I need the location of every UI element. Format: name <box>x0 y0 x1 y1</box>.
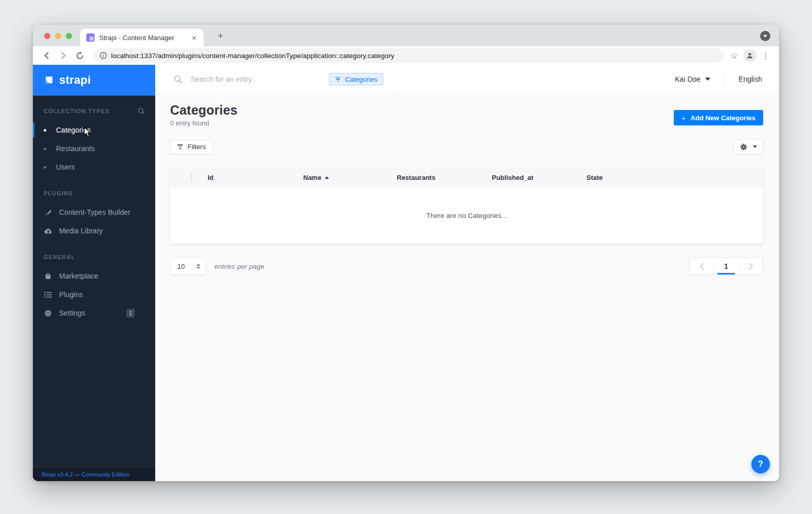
chevron-right-icon <box>749 263 753 270</box>
version-link[interactable]: Strapi v3.4.2 — Community Edition <box>41 471 129 478</box>
gear-icon <box>44 309 52 318</box>
sidebar-item-label: Users <box>56 163 75 171</box>
search-input[interactable] <box>191 75 329 83</box>
table-header-row: Id Name Restaurants Published_at State <box>170 168 763 187</box>
chevron-down-icon <box>705 78 710 81</box>
marketplace-basket-icon <box>44 272 52 281</box>
bullet-icon <box>44 148 46 150</box>
strapi-logo-text: strapi <box>59 74 91 87</box>
select-all-checkbox[interactable] <box>191 172 192 182</box>
header-right: Kai Doe English <box>675 74 779 85</box>
sidebar-item-content-types-builder[interactable]: Content-Types Builder <box>33 203 155 222</box>
section-label: COLLECTION TYPES <box>44 108 109 114</box>
empty-state-message: There are no Categories... <box>426 212 507 219</box>
browser-window: Strapi - Content Manager × + localhost:1… <box>33 25 779 481</box>
chevron-down-icon <box>763 35 767 38</box>
section-label: GENERAL <box>44 254 75 260</box>
sidebar-item-label: Media Library <box>59 227 103 235</box>
pager: 1 <box>689 258 763 275</box>
table-settings-button[interactable] <box>734 139 763 154</box>
entries-count: 0 entry found <box>170 119 237 127</box>
sidebar-item-label: Content-Types Builder <box>59 208 131 216</box>
filter-icon <box>335 77 341 82</box>
title-block: Categories 0 entry found <box>170 103 237 127</box>
forward-button[interactable] <box>57 49 70 62</box>
tab-search-button[interactable] <box>760 31 770 41</box>
per-page-control: 10 entries per page <box>170 258 265 275</box>
desktop-background: Strapi - Content Manager × + localhost:1… <box>0 0 812 514</box>
page-number-current[interactable]: 1 <box>713 258 739 274</box>
minimize-window-button[interactable] <box>55 33 61 39</box>
sidebar-item-marketplace[interactable]: Marketplace <box>33 267 155 285</box>
sidebar-item-restaurants[interactable]: Restaurants <box>33 139 155 158</box>
help-button[interactable]: ? <box>751 455 770 473</box>
settings-badge: 1 <box>126 309 135 318</box>
bullet-icon <box>44 166 46 169</box>
sidebar-item-settings[interactable]: Settings 1 <box>33 304 155 322</box>
app-header: Categories Kai Doe English <box>155 65 779 94</box>
page-title: Categories <box>170 103 237 118</box>
back-button[interactable] <box>40 49 53 62</box>
new-tab-button[interactable]: + <box>214 29 227 43</box>
sidebar-item-label: Plugins <box>59 290 83 299</box>
section-general: GENERAL <box>33 251 155 263</box>
previous-page-button[interactable] <box>690 258 713 274</box>
sidebar-item-plugins[interactable]: Plugins <box>33 285 155 304</box>
browser-profile-avatar[interactable] <box>743 49 756 62</box>
plus-icon: + <box>681 114 686 122</box>
sidebar-item-categories[interactable]: Categories <box>33 121 155 139</box>
search-icon[interactable] <box>138 107 145 115</box>
filters-button[interactable]: Filters <box>170 140 213 154</box>
title-row: Categories 0 entry found + Add New Categ… <box>170 103 763 127</box>
bullet-icon <box>44 129 46 132</box>
tab-close-icon[interactable]: × <box>191 33 197 42</box>
sidebar-item-label: Categories <box>56 126 91 134</box>
list-icon <box>44 290 52 299</box>
close-window-button[interactable] <box>44 33 50 39</box>
search-zone: Categories <box>155 65 394 94</box>
strapi-app: strapi COLLECTION TYPES Categories Resta… <box>33 65 779 481</box>
tab-title: Strapi - Content Manager <box>99 34 191 42</box>
sort-asc-icon <box>325 176 329 179</box>
bookmark-star-icon[interactable]: ☆ <box>728 50 740 61</box>
section-collection-types: COLLECTION TYPES <box>33 105 155 117</box>
column-header-published-at[interactable]: Published_at <box>492 174 586 181</box>
add-new-categories-button[interactable]: + Add New Categories <box>674 110 763 125</box>
next-page-button[interactable] <box>739 258 763 274</box>
person-icon <box>746 51 754 60</box>
reload-button[interactable] <box>73 49 86 62</box>
sidebar-item-users[interactable]: Users <box>33 158 155 176</box>
site-info-icon[interactable] <box>100 52 107 59</box>
chip-label: Categories <box>345 76 377 83</box>
sidebar-item-label: Settings <box>59 309 85 317</box>
strapi-logo[interactable]: strapi <box>33 65 155 96</box>
table-body: There are no Categories... <box>170 187 763 244</box>
browser-menu-icon[interactable]: ⋮ <box>760 51 772 61</box>
browser-tab-bar: Strapi - Content Manager × + <box>33 25 779 46</box>
strapi-favicon-icon <box>86 33 95 42</box>
gear-icon <box>740 143 747 151</box>
content-type-chip[interactable]: Categories <box>329 73 383 85</box>
browser-tab[interactable]: Strapi - Content Manager × <box>80 29 204 46</box>
content: Categories 0 entry found + Add New Categ… <box>155 94 779 481</box>
language-switcher[interactable]: English <box>739 75 762 83</box>
cloud-upload-icon <box>44 227 52 235</box>
filters-label: Filters <box>188 143 206 151</box>
sidebar: strapi COLLECTION TYPES Categories Resta… <box>33 65 155 481</box>
divider <box>724 74 725 85</box>
column-header-id[interactable]: Id <box>208 174 303 181</box>
sidebar-item-media-library[interactable]: Media Library <box>33 222 155 240</box>
address-bar[interactable]: localhost:1337/admin/plugins/content-man… <box>94 48 724 63</box>
page-size-select[interactable]: 10 <box>170 258 206 275</box>
chevron-left-icon <box>699 263 704 270</box>
stepper-icon[interactable] <box>196 264 200 269</box>
paintbrush-icon <box>44 208 52 217</box>
sidebar-item-label: Restaurants <box>56 144 95 153</box>
user-name: Kai Doe <box>675 75 700 83</box>
column-header-restaurants[interactable]: Restaurants <box>397 174 492 181</box>
column-header-state[interactable]: State <box>586 174 763 181</box>
maximize-window-button[interactable] <box>66 33 72 39</box>
user-menu[interactable]: Kai Doe <box>675 75 710 83</box>
filter-icon <box>177 144 183 149</box>
column-header-name[interactable]: Name <box>303 174 397 181</box>
